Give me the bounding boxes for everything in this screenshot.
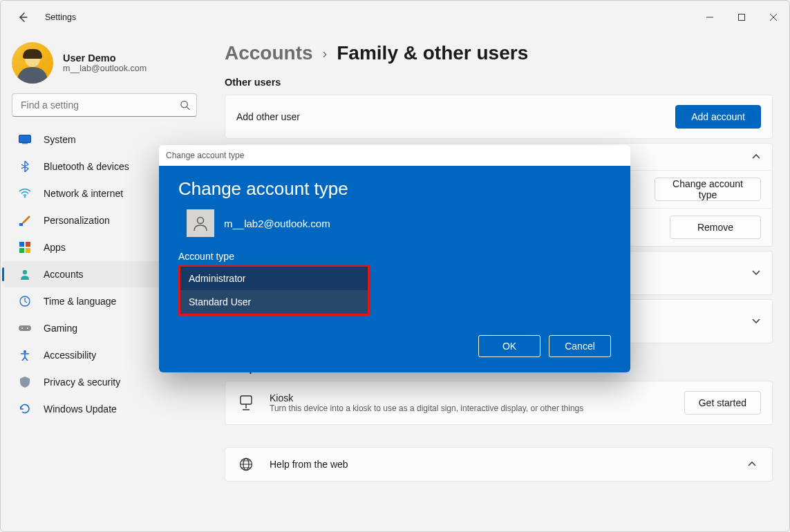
remove-user-button[interactable]: Remove (670, 216, 761, 239)
kiosk-row: Kiosk Turn this device into a kiosk to u… (225, 381, 773, 425)
change-account-type-button[interactable]: Change account type (655, 178, 761, 201)
apps-icon (19, 241, 31, 254)
section-other-users: Other users (225, 77, 773, 88)
account-type-dropdown[interactable]: Administrator Standard User (178, 265, 370, 316)
person-icon (19, 268, 31, 281)
dialog-user-email: m__lab2@outlook.com (224, 218, 330, 229)
svg-point-14 (27, 327, 28, 329)
profile-email: m__lab@outlook.com (63, 64, 147, 73)
nav-label: Personalization (44, 215, 110, 226)
get-started-button[interactable]: Get started (684, 391, 761, 415)
help-from-web-row[interactable]: Help from the web (225, 447, 773, 482)
kiosk-title: Kiosk (270, 392, 583, 403)
svg-rect-6 (19, 242, 24, 247)
nav-label: System (44, 134, 76, 145)
close-icon (770, 14, 777, 21)
svg-rect-12 (19, 325, 31, 331)
avatar (12, 42, 53, 84)
svg-rect-2 (19, 135, 31, 143)
nav-item-update[interactable]: Windows Update (2, 396, 204, 422)
nav-label: Windows Update (44, 403, 117, 415)
help-title: Help from the web (270, 459, 348, 470)
search-box[interactable] (12, 93, 197, 117)
globe-icon (236, 457, 256, 471)
ok-button[interactable]: OK (478, 335, 540, 357)
nav-label: Accessibility (44, 350, 96, 361)
svg-rect-9 (26, 248, 30, 253)
titlebar: Settings (1, 1, 789, 34)
close-button[interactable] (758, 6, 789, 28)
cancel-button[interactable]: Cancel (549, 335, 611, 357)
svg-point-13 (21, 327, 23, 329)
profile-block[interactable]: User Demo m__lab@outlook.com (1, 39, 208, 93)
add-other-user-label: Add other user (236, 111, 300, 122)
svg-point-4 (24, 196, 26, 198)
search-input[interactable] (12, 93, 197, 117)
maximize-button[interactable] (726, 6, 758, 28)
svg-rect-3 (22, 143, 28, 144)
svg-point-10 (23, 270, 27, 274)
kiosk-subtitle: Turn this device into a kiosk to use as … (270, 403, 583, 413)
breadcrumb-root[interactable]: Accounts (225, 42, 313, 64)
dialog-heading: Change account type (178, 178, 611, 200)
minimize-button[interactable] (694, 6, 726, 28)
system-icon (19, 133, 31, 146)
svg-point-1 (181, 101, 187, 107)
accessibility-icon (19, 349, 31, 361)
nav-label: Network & internet (44, 188, 123, 199)
chevron-down-icon (751, 269, 761, 276)
breadcrumb-leaf: Family & other users (337, 42, 528, 64)
option-administrator[interactable]: Administrator (180, 267, 368, 290)
chevron-up-icon (751, 153, 761, 160)
kiosk-icon (236, 395, 256, 410)
add-other-user-row: Add other user Add account (225, 95, 773, 139)
brush-icon (19, 214, 31, 227)
clock-globe-icon (19, 295, 31, 307)
maximize-icon (738, 14, 745, 21)
dialog-user-row: m__lab2@outlook.com (178, 209, 611, 237)
profile-name: User Demo (63, 53, 147, 64)
chevron-down-icon (751, 318, 761, 325)
nav-label: Accounts (44, 269, 84, 280)
search-icon (180, 100, 190, 111)
svg-rect-5 (19, 223, 23, 226)
user-square-icon (187, 209, 214, 237)
svg-point-15 (23, 350, 26, 353)
window-title: Settings (45, 12, 76, 22)
svg-rect-0 (739, 15, 745, 21)
gamepad-icon (19, 322, 31, 334)
dialog-titlebar: Change account type (159, 145, 630, 166)
svg-rect-8 (19, 248, 24, 253)
update-icon (19, 403, 31, 415)
shield-icon (19, 376, 31, 388)
nav-item-privacy[interactable]: Privacy & security (2, 369, 204, 395)
minimize-icon (706, 14, 713, 21)
add-account-button[interactable]: Add account (675, 105, 761, 129)
chevron-up-icon (743, 461, 761, 468)
svg-point-19 (198, 218, 204, 224)
svg-rect-16 (241, 396, 252, 404)
nav-label: Bluetooth & devices (44, 161, 129, 172)
back-button[interactable] (13, 8, 32, 27)
chevron-right-icon: › (323, 46, 328, 61)
nav-label: Privacy & security (44, 377, 120, 388)
option-standard-user[interactable]: Standard User (180, 290, 368, 314)
nav-label: Gaming (44, 323, 77, 334)
arrow-left-icon (17, 12, 28, 23)
bluetooth-icon (19, 160, 31, 173)
breadcrumb: Accounts › Family & other users (225, 42, 773, 64)
wifi-icon (19, 187, 31, 200)
change-account-type-dialog: Change account type Change account type … (159, 145, 630, 372)
svg-rect-7 (26, 242, 30, 247)
account-type-label: Account type (178, 251, 611, 262)
nav-label: Apps (44, 242, 66, 253)
nav-label: Time & language (44, 296, 116, 307)
